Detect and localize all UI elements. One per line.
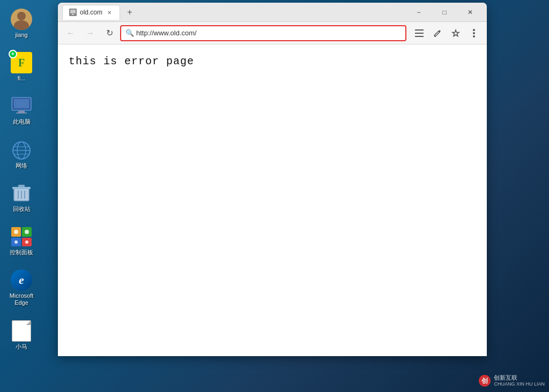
refresh-button[interactable]: ↻ (101, 25, 118, 42)
icon-label-jiang: jiang (15, 32, 27, 39)
new-tab-button[interactable]: + (122, 5, 137, 20)
icon-label-edge: Microsoft Edge (7, 292, 36, 306)
forward-button[interactable]: → (81, 25, 99, 42)
more-menu-button[interactable] (465, 25, 483, 42)
icon-label-control: 控制面板 (10, 249, 33, 256)
svg-rect-28 (415, 36, 424, 37)
browser-tab-active[interactable]: old.com ✕ (62, 5, 120, 20)
watermark-text: 创新互联 CHUANG XIN HU LIAN (494, 374, 545, 388)
svg-point-32 (473, 35, 475, 37)
title-bar: old.com ✕ + − □ ✕ (58, 3, 487, 22)
icon-label-network: 网络 (16, 162, 27, 169)
favorites-button[interactable] (447, 25, 464, 42)
error-message: this is error page (69, 55, 476, 67)
svg-point-21 (14, 240, 18, 244)
desktop-icon-network[interactable]: 网络 (3, 136, 40, 172)
address-bar-row: ← → ↻ 🔍 (58, 22, 487, 44)
tab-title: old.com (80, 9, 102, 16)
watermark: 创 创新互联 CHUANG XIN HU LIAN (479, 374, 545, 388)
toolbar-icons (411, 25, 483, 42)
icon-label-file: 小马 (16, 343, 27, 350)
desktop-icon-control[interactable]: 控制面板 (3, 223, 40, 259)
desktop: jiang F fi... (0, 0, 549, 392)
svg-point-19 (14, 230, 18, 234)
minimize-button[interactable]: − (406, 4, 431, 20)
tab-area: old.com ✕ + (62, 5, 406, 20)
hamburger-menu-button[interactable] (411, 25, 428, 42)
svg-rect-24 (70, 10, 76, 13)
desktop-icon-fiddler[interactable]: F fi... (3, 49, 40, 85)
svg-rect-1 (14, 99, 29, 108)
svg-rect-27 (415, 33, 424, 34)
desktop-icon-recycle[interactable]: 回收站 (3, 179, 40, 216)
icon-label-computer: 此电脑 (13, 118, 31, 125)
desktop-icon-jiang[interactable]: jiang (3, 5, 40, 42)
address-input[interactable] (136, 29, 401, 37)
desktop-icon-computer[interactable]: 此电脑 (3, 92, 40, 129)
svg-point-20 (25, 230, 29, 234)
window-controls: − □ ✕ (406, 4, 483, 20)
address-bar-container: 🔍 (120, 25, 406, 41)
icon-label-recycle: 回收站 (13, 206, 31, 213)
tab-close-button[interactable]: ✕ (106, 9, 113, 16)
svg-point-22 (25, 240, 28, 244)
tab-favicon (69, 9, 77, 16)
back-button[interactable]: ← (62, 25, 79, 42)
desktop-icon-edge[interactable]: e Microsoft Edge (3, 266, 40, 310)
browser-window: old.com ✕ + − □ ✕ ← → ↻ 🔍 (58, 3, 487, 356)
icon-label-fiddler: fi... (18, 75, 26, 82)
desktop-icon-file[interactable]: 小马 (3, 317, 40, 353)
search-icon: 🔍 (125, 29, 134, 37)
svg-rect-10 (12, 187, 31, 189)
watermark-logo: 创 (479, 375, 491, 387)
svg-point-31 (473, 32, 475, 34)
edit-button[interactable] (429, 25, 446, 42)
svg-rect-3 (16, 112, 27, 114)
maximize-button[interactable]: □ (432, 4, 457, 20)
svg-point-30 (473, 29, 475, 31)
svg-rect-25 (72, 14, 74, 15)
close-button[interactable]: ✕ (458, 4, 483, 20)
svg-rect-2 (18, 111, 25, 112)
svg-rect-26 (415, 29, 424, 31)
desktop-icon-area: jiang F fi... (0, 0, 43, 363)
svg-rect-11 (18, 185, 25, 187)
page-content: this is error page (58, 44, 487, 356)
